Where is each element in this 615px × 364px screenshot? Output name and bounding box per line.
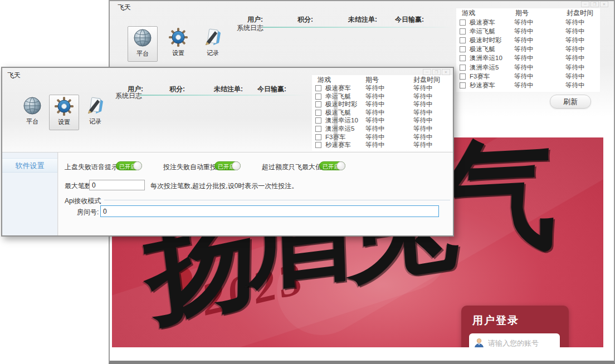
close-button[interactable]: ✕ [600, 1, 608, 7]
period-status: 等待中 [365, 100, 413, 109]
login-title: 用户登录 [472, 313, 519, 328]
game-name: 极速赛车 [470, 18, 514, 27]
api-mode-group: Api接收模式 [65, 200, 450, 200]
game-checkbox[interactable] [315, 142, 321, 148]
game-checkbox[interactable] [460, 37, 466, 43]
sidebar-item-software-settings[interactable]: 软件设置 [2, 158, 57, 173]
refresh-button[interactable]: 刷新 [550, 95, 591, 109]
table-row: 幸运飞艇等待中等待中 [312, 92, 452, 101]
period-status: 等待中 [514, 27, 565, 36]
api-mode-legend: Api接收模式 [65, 196, 104, 206]
voice-alert-toggle[interactable]: 已开启 [116, 161, 142, 170]
toolbar-settings[interactable]: 设置 [163, 26, 193, 62]
table-row: 极速赛车等待中等待中 [312, 84, 452, 92]
game-checkbox[interactable] [460, 55, 466, 61]
front-window: 飞天 ─ ❐ ✕ 平台 设置 记录 用户: 积分: 未结注单: [1, 67, 454, 237]
toolbar-records[interactable]: 记录 [198, 26, 228, 62]
game-name: 澳洲幸运10 [325, 116, 365, 125]
game-checkbox[interactable] [460, 28, 466, 35]
room-number-input[interactable] [100, 205, 439, 217]
game-name: F3赛车 [470, 72, 514, 81]
game-checkbox[interactable] [315, 134, 321, 140]
game-name: 澳洲幸运5 [470, 63, 514, 72]
close-time-status: 等待中 [413, 125, 452, 133]
auto-rebet-label: 投注失败自动重投: [163, 163, 218, 172]
system-log-line [139, 95, 306, 96]
close-time-status: 等待中 [565, 45, 600, 53]
toolbar-settings[interactable]: 设置 [49, 95, 79, 130]
game-name: 极速时时彩 [325, 100, 365, 109]
table-row: 极速飞艇等待中等待中 [312, 109, 452, 117]
voice-alert-label: 上盘失败语音提示: [65, 163, 120, 172]
game-checkbox[interactable] [315, 94, 321, 100]
period-status: 等待中 [365, 84, 413, 92]
table-row: 澳洲幸运10等待中等待中 [456, 54, 600, 63]
game-checkbox[interactable] [460, 82, 466, 88]
game-table-rows: 极速赛车等待中等待中幸运飞艇等待中等待中极速时时彩等待中等待中极速飞艇等待中等待… [456, 18, 600, 90]
points-label: 积分: [297, 15, 313, 24]
close-time-status: 等待中 [413, 141, 452, 149]
toolbar-platform[interactable]: 平台 [128, 26, 158, 62]
system-log-label: 系统日志 [115, 91, 142, 101]
game-checkbox[interactable] [315, 117, 321, 124]
game-name: 秒速赛车 [470, 81, 514, 90]
table-row: 极速时时彩等待中等待中 [312, 100, 452, 109]
game-name: 幸运飞艇 [470, 27, 514, 36]
game-name: 澳洲幸运10 [470, 54, 514, 62]
game-table: 游戏 期号 封盘时间 极速赛车等待中等待中幸运飞艇等待中等待中极速时时彩等待中等… [456, 8, 600, 92]
globe-icon [133, 28, 153, 48]
open-bets-label: 未结注单: [214, 85, 243, 94]
room-number-label: 房间号: [77, 208, 99, 217]
max-bets-hint: 每次投注笔数,超过分批投,设0时表示一次性投注。 [150, 181, 298, 191]
table-scrollbar[interactable] [334, 85, 338, 147]
period-status: 等待中 [514, 72, 565, 81]
settings-sidebar: 软件设置 [2, 153, 58, 235]
auto-rebet-toggle[interactable]: 已开启 [214, 161, 241, 170]
toggle-knob [336, 161, 345, 170]
toolbar-platform[interactable]: 平台 [17, 95, 47, 130]
game-name: 极速时时彩 [470, 36, 514, 45]
open-bets-label: 未结注单: [348, 15, 377, 24]
period-status: 等待中 [365, 92, 413, 101]
close-button[interactable]: ✕ [442, 69, 450, 75]
game-checkbox[interactable] [460, 65, 466, 71]
over-limit-toggle[interactable]: 已开启 [319, 161, 345, 170]
system-log-label: 系统日志 [237, 23, 263, 33]
period-status: 等待中 [514, 63, 565, 72]
close-time-status: 等待中 [565, 18, 600, 27]
period-status: 等待中 [514, 54, 565, 62]
game-checkbox[interactable] [315, 110, 321, 116]
game-checkbox[interactable] [315, 126, 321, 132]
game-checkbox[interactable] [460, 46, 466, 52]
game-checkbox[interactable] [315, 85, 321, 91]
game-checkbox[interactable] [460, 19, 466, 26]
minimize-button[interactable]: ─ [581, 1, 589, 7]
system-log-line [262, 27, 452, 28]
calligraphy-char: 气 [437, 137, 560, 282]
game-name: F3赛车 [325, 133, 365, 141]
game-checkbox[interactable] [460, 73, 466, 80]
toolbar-records[interactable]: 记录 [80, 95, 110, 130]
game-table-header: 游戏 期号 封盘时间 [312, 75, 452, 83]
toggle-knob [133, 161, 142, 170]
record-icon [203, 27, 223, 47]
close-time-status: 等待中 [413, 84, 452, 92]
record-icon [85, 96, 105, 116]
table-row: F3赛车等待中等待中 [312, 133, 452, 141]
period-status: 等待中 [365, 109, 413, 117]
globe-icon [22, 96, 42, 116]
period-status: 等待中 [514, 18, 565, 27]
table-row: 极速飞艇等待中等待中 [456, 45, 600, 54]
period-status: 等待中 [365, 141, 413, 149]
max-bets-input[interactable] [89, 180, 145, 190]
table-row: 秒速赛车等待中等待中 [456, 81, 600, 90]
maximize-button[interactable]: ❐ [590, 1, 599, 7]
account-input[interactable] [488, 339, 554, 347]
game-checkbox[interactable] [315, 101, 321, 107]
minimize-button[interactable]: ─ [423, 69, 431, 75]
game-name: 幸运飞艇 [325, 92, 365, 101]
close-time-status: 等待中 [413, 109, 452, 117]
close-time-status: 等待中 [565, 72, 600, 81]
maximize-button[interactable]: ❐ [432, 69, 441, 75]
table-row: 澳洲幸运5等待中等待中 [312, 125, 452, 133]
